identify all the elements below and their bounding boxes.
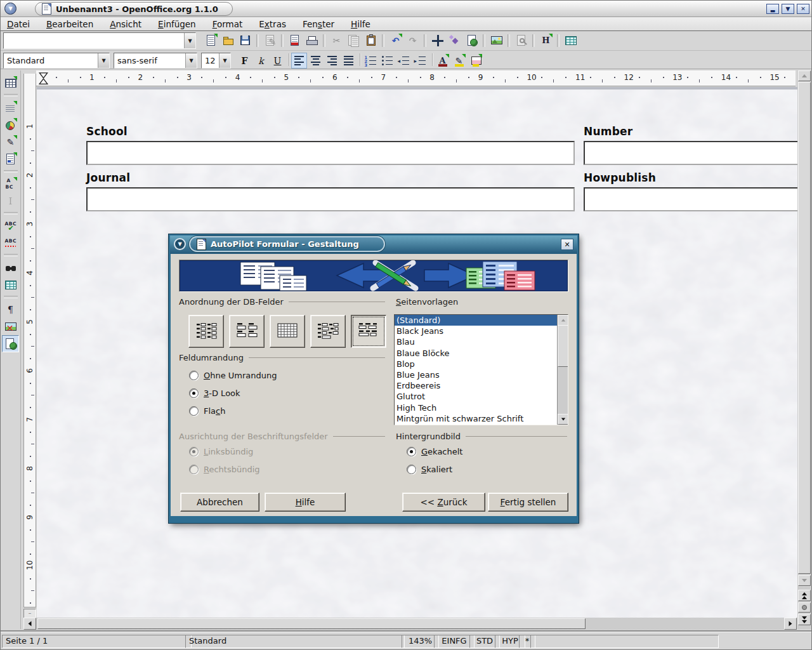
autotext-icon[interactable]: ABC [2, 175, 19, 192]
page-style-option[interactable]: High Tech [395, 402, 558, 413]
justify-button[interactable] [341, 53, 357, 69]
listbox-scroll-down[interactable] [558, 414, 568, 425]
numbered-list-button[interactable]: 123 [362, 53, 378, 69]
radio-scaled[interactable]: Skaliert [407, 465, 452, 474]
radio-tiled[interactable]: Gekachelt [407, 447, 462, 456]
previous-page-button[interactable] [798, 590, 811, 601]
arrangement-columns-labels-left-button[interactable] [188, 315, 224, 348]
horizontal-scroll-thumb[interactable] [37, 618, 586, 629]
gallery-icon[interactable] [488, 32, 505, 50]
finish-button[interactable]: Fertig stellen [488, 493, 568, 512]
page-style-option[interactable]: Glutrot [395, 391, 558, 402]
font-dropdown-button[interactable]: ▼ [185, 53, 197, 68]
save-document-icon[interactable] [237, 32, 254, 50]
spellcheck-icon[interactable]: ABC✔ [2, 217, 19, 234]
size-dropdown-button[interactable]: ▼ [219, 53, 230, 68]
underline-button[interactable]: U [270, 53, 285, 69]
arrangement-blocks-labels-left-button[interactable] [310, 315, 346, 348]
insert-objects-icon[interactable] [2, 116, 19, 133]
scroll-down-button[interactable] [798, 575, 811, 586]
insert-table-icon[interactable] [2, 74, 19, 91]
page-styles-listbox[interactable]: (Standard)Black JeansBlauBlaue BlöckeBlo… [394, 314, 568, 425]
cancel-button[interactable]: Abbrechen [180, 493, 259, 512]
bold-button[interactable]: F [237, 53, 252, 69]
help-button[interactable]: Hilfe [265, 493, 346, 512]
indent-marker-icon[interactable] [39, 72, 48, 85]
menu-ansicht[interactable]: Ansicht [110, 19, 141, 29]
arrangement-as-data-sheet-button[interactable] [270, 315, 305, 348]
dialog-close-button[interactable]: ✕ [561, 239, 573, 250]
page-style-option[interactable]: Mintgrün mit schwarzer Schrift [395, 413, 558, 424]
arrangement-columns-labels-top-button[interactable] [229, 315, 265, 348]
new-document-icon[interactable] [202, 32, 219, 50]
maximize-button[interactable]: ▼ [782, 4, 794, 14]
vertical-ruler[interactable]: 12345678910 [23, 74, 36, 607]
field-input-school[interactable] [86, 141, 575, 165]
dialog-title-bar[interactable]: ▼ AutoPilot Formular - Gestaltung ✕ [170, 235, 577, 254]
navigator-icon[interactable] [429, 32, 446, 50]
data-sources-icon[interactable] [2, 276, 19, 293]
menu-bearbeiten[interactable]: Bearbeiten [46, 19, 93, 29]
insert-fields-icon[interactable] [2, 99, 19, 116]
hyperlink-icon[interactable]: H [537, 32, 554, 50]
listbox-scrollbar[interactable] [557, 315, 568, 425]
bullet-list-button[interactable] [379, 53, 395, 69]
auto-spellcheck-icon[interactable]: ABC [2, 234, 19, 251]
page-style-option[interactable]: Blop [395, 359, 558, 369]
menu-einfgen[interactable]: Einfügen [158, 19, 196, 29]
close-button[interactable]: ✕ [797, 4, 809, 14]
navigation-button[interactable] [798, 602, 811, 613]
dialog-menu-button[interactable]: ▼ [174, 238, 186, 250]
listbox-scroll-up[interactable] [558, 315, 568, 326]
radio-flat[interactable]: Flach [189, 406, 225, 416]
show-draw-functions-icon[interactable]: ✎ [2, 133, 19, 150]
radio-3d-look[interactable]: 3-D Look [189, 388, 240, 398]
scroll-right-button[interactable] [784, 618, 797, 630]
align-left-button[interactable] [291, 53, 307, 69]
align-right-button[interactable] [324, 53, 340, 69]
page-style-option[interactable]: Blau [395, 336, 558, 347]
online-layout-icon[interactable] [2, 335, 19, 352]
graphics-on-off-icon[interactable]: ✕ [2, 318, 19, 335]
horizontal-ruler[interactable]: 123456789101112131415 [36, 70, 796, 86]
highlighting-button[interactable]: ✎ [451, 53, 467, 69]
minimize-button[interactable]: ▬ [766, 4, 779, 14]
url-dropdown-button[interactable]: ▼ [184, 33, 195, 48]
url-combobox[interactable]: ▼ [3, 32, 196, 49]
listbox-scroll-thumb[interactable] [558, 325, 568, 367]
web-icon[interactable] [463, 32, 480, 50]
menu-extras[interactable]: Extras [259, 19, 286, 29]
next-page-button[interactable] [798, 614, 811, 625]
align-center-button[interactable] [308, 53, 324, 69]
page-style-option[interactable]: Blaue Blöcke [395, 348, 558, 359]
page-style-option[interactable]: Erdbeereis [395, 380, 558, 391]
font-color-button[interactable]: A [435, 53, 450, 69]
scroll-left-button[interactable] [23, 618, 36, 630]
menu-fenster[interactable]: Fenster [303, 19, 334, 29]
style-dropdown-button[interactable]: ▼ [98, 53, 109, 68]
status-page-style[interactable]: Standard [185, 635, 405, 648]
field-input-journal[interactable] [86, 187, 575, 211]
export-pdf-icon[interactable] [286, 32, 303, 50]
italic-button[interactable]: k [253, 53, 269, 69]
radio-no-border[interactable]: Ohne Umrandung [189, 371, 277, 380]
undo-icon[interactable]: ↶ [387, 32, 404, 50]
paragraph-style-combobox[interactable]: Standard ▼ [3, 53, 110, 69]
stylist-icon[interactable] [446, 32, 463, 50]
page-style-option[interactable]: Black Jeans [395, 326, 558, 336]
open-document-icon[interactable] [219, 32, 237, 50]
page-style-option[interactable]: (Standard) [395, 315, 558, 326]
decrease-indent-button[interactable]: ◂ [395, 53, 411, 69]
paste-icon[interactable] [362, 32, 379, 50]
print-file-icon[interactable] [303, 32, 320, 50]
find-replace-icon[interactable] [2, 259, 19, 276]
window-menu-button[interactable]: ▼ [4, 3, 16, 15]
status-insert-mode[interactable]: EINFG [434, 635, 475, 648]
paragraph-background-button[interactable] [468, 53, 483, 69]
field-input-number[interactable] [584, 141, 797, 165]
data-sources-icon[interactable] [562, 32, 579, 50]
menu-format[interactable]: Format [213, 19, 243, 29]
arrangement-blocks-labels-top-button[interactable] [351, 315, 386, 348]
font-name-combobox[interactable]: sans-serif ▼ [114, 53, 197, 69]
font-size-combobox[interactable]: 12 ▼ [201, 53, 231, 69]
